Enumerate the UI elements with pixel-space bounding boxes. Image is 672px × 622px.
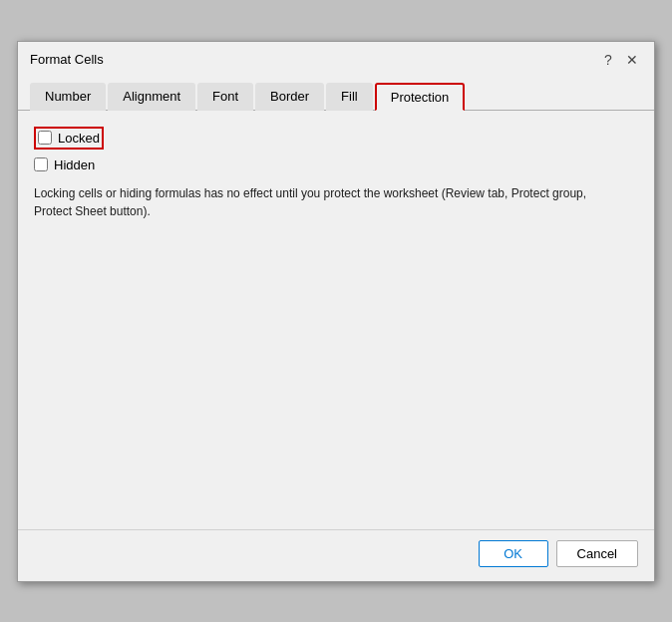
tab-border[interactable]: Border <box>255 83 324 111</box>
locked-row: Locked <box>34 127 638 150</box>
tab-number[interactable]: Number <box>30 83 106 111</box>
locked-label: Locked <box>58 131 100 146</box>
tab-alignment[interactable]: Alignment <box>108 83 195 111</box>
locked-checkbox[interactable] <box>38 131 52 145</box>
dialog-title: Format Cells <box>30 52 104 67</box>
ok-button[interactable]: OK <box>479 540 548 567</box>
hidden-row: Hidden <box>34 157 638 172</box>
content-area: Locked Hidden Locking cells or hiding fo… <box>18 111 654 529</box>
tab-protection[interactable]: Protection <box>375 83 466 111</box>
info-text: Locking cells or hiding formulas has no … <box>34 184 612 220</box>
help-button[interactable]: ? <box>598 50 618 70</box>
title-bar: Format Cells ? ✕ <box>18 42 654 70</box>
hidden-label: Hidden <box>54 157 95 172</box>
format-cells-dialog: Format Cells ? ✕ Number Alignment Font B… <box>17 41 655 582</box>
hidden-checkbox-wrapper[interactable]: Hidden <box>34 157 95 172</box>
tab-font[interactable]: Font <box>197 83 253 111</box>
tabs-container: Number Alignment Font Border Fill Protec… <box>18 74 654 111</box>
close-button[interactable]: ✕ <box>622 50 642 70</box>
hidden-checkbox[interactable] <box>34 157 48 171</box>
tab-fill[interactable]: Fill <box>326 83 373 111</box>
cancel-button[interactable]: Cancel <box>556 540 638 567</box>
title-bar-buttons: ? ✕ <box>598 50 642 70</box>
locked-checkbox-wrapper[interactable]: Locked <box>38 131 100 146</box>
dialog-buttons: OK Cancel <box>18 529 654 581</box>
locked-highlight-box: Locked <box>34 127 104 150</box>
